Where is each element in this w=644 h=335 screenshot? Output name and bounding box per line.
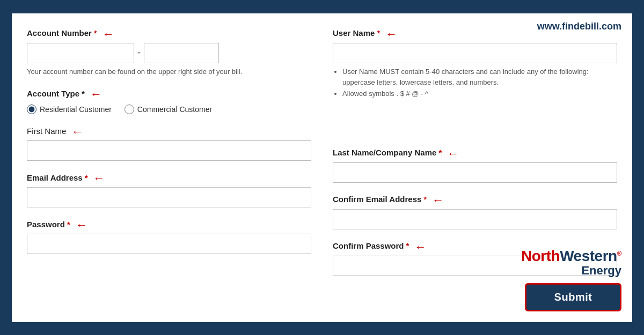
northwestern-energy-logo: NorthWestern® Energy — [521, 248, 621, 278]
commercial-option[interactable]: Commercial Customer — [125, 105, 212, 114]
account-number-label: Account Number* ← — [27, 26, 311, 40]
logo-reg-symbol: ® — [617, 249, 621, 257]
first-name-label: First Name ← — [27, 124, 311, 138]
confirm-email-label: Confirm Email Address* ← — [333, 192, 617, 206]
first-name-arrow-icon: ← — [71, 125, 83, 139]
last-name-input[interactable] — [333, 162, 617, 183]
residential-option[interactable]: Residential Customer — [27, 105, 112, 114]
submit-button[interactable]: Submit — [525, 283, 621, 311]
confirm-email-input[interactable] — [333, 209, 617, 229]
account-number-hint: Your account number can be found on the … — [27, 66, 311, 77]
confirm-email-arrow-icon: ← — [432, 193, 444, 207]
account-number-group: Account Number* ← - Your account number … — [27, 26, 311, 77]
first-name-input[interactable] — [27, 140, 311, 161]
password-label: Password* ← — [27, 217, 311, 231]
username-hints: User Name MUST contain 5-40 characters a… — [333, 66, 617, 100]
email-label: Email Address* ← — [27, 170, 311, 184]
password-input[interactable] — [27, 234, 311, 254]
first-name-group: First Name ← — [27, 124, 311, 161]
logo-energy-text: Energy — [521, 264, 621, 277]
account-type-label: Account Type* ← — [27, 86, 311, 100]
account-number-part2-input[interactable] — [144, 43, 219, 63]
username-input[interactable] — [333, 43, 617, 63]
logo-northwestern-text: NorthWestern® — [521, 248, 621, 264]
password-arrow-icon: ← — [76, 218, 87, 232]
email-arrow-icon: ← — [93, 172, 105, 185]
username-arrow-icon: ← — [385, 27, 397, 41]
username-hint-2: Allowed symbols . $ # @ - ^ — [342, 88, 617, 100]
account-type-arrow-icon: ← — [90, 87, 102, 101]
email-input[interactable] — [27, 187, 311, 207]
site-url: www.findebill.com — [537, 21, 621, 32]
residential-label: Residential Customer — [40, 105, 112, 114]
spacer — [333, 109, 617, 146]
username-group: User Name* ← User Name MUST contain 5-40… — [333, 26, 617, 100]
residential-radio[interactable] — [27, 105, 36, 114]
email-group: Email Address* ← — [27, 170, 311, 207]
account-type-group: Account Type* ← Residential Customer Com… — [27, 86, 311, 114]
commercial-radio[interactable] — [125, 105, 134, 114]
username-hint-1: User Name MUST contain 5-40 characters a… — [342, 66, 617, 89]
confirm-email-group: Confirm Email Address* ← — [333, 192, 617, 229]
account-number-part1-input[interactable] — [27, 43, 134, 63]
password-group: Password* ← — [27, 217, 311, 254]
commercial-label: Commercial Customer — [137, 105, 212, 114]
form-layout: Account Number* ← - Your account number … — [27, 26, 617, 286]
bottom-right-section: NorthWestern® Energy Submit — [521, 248, 621, 311]
left-column: Account Number* ← - Your account number … — [27, 26, 311, 286]
account-number-arrow-icon: ← — [103, 27, 114, 41]
right-column: User Name* ← User Name MUST contain 5-40… — [333, 26, 617, 286]
account-type-radio-group: Residential Customer Commercial Customer — [27, 105, 311, 114]
confirm-password-arrow-icon: ← — [414, 240, 426, 254]
last-name-arrow-icon: ← — [447, 147, 459, 161]
last-name-group: Last Name/Company Name* ← — [333, 146, 617, 183]
last-name-label: Last Name/Company Name* ← — [333, 146, 617, 160]
account-number-row: - — [27, 43, 311, 63]
registration-form: www.findebill.com Account Number* ← - Yo… — [11, 12, 633, 323]
account-number-dash: - — [137, 47, 141, 58]
